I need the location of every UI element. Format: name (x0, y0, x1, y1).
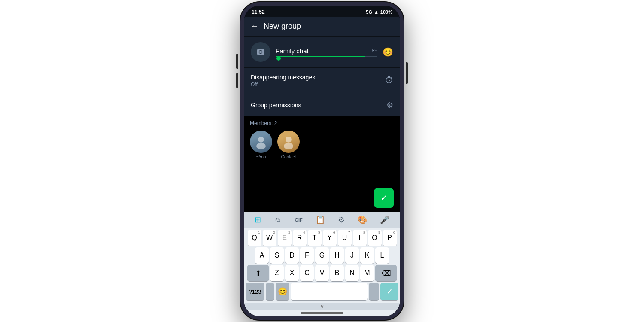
disappearing-messages-sub: Off (251, 82, 315, 88)
avatar (277, 131, 300, 153)
key-g[interactable]: G (315, 247, 329, 264)
enter-key[interactable]: ✓ (380, 283, 398, 300)
keyboard-bottom-row: ?123 , 😊 . ✓ (244, 282, 400, 303)
network-icon: 5G (366, 9, 372, 15)
key-y[interactable]: 6Y (323, 230, 337, 246)
settings-icon: ⚙ (386, 100, 393, 110)
key-k[interactable]: K (360, 247, 374, 264)
list-item[interactable]: ~You (250, 131, 272, 159)
members-section: Members: 2 (244, 116, 400, 185)
key-m[interactable]: M (360, 265, 374, 281)
keyboard-mic-icon[interactable]: 🎤 (378, 214, 391, 225)
keyboard-settings-icon[interactable]: ⚙ (336, 214, 346, 225)
keyboard-row-1: 1Q 2W 3E 4R 5T 6Y 7U 8I 9O 0P (246, 230, 398, 246)
period-key[interactable]: . (369, 283, 379, 300)
camera-avatar[interactable] (251, 42, 270, 62)
emoji-button[interactable]: 😊 (383, 47, 393, 57)
key-w[interactable]: 2W (263, 230, 276, 246)
list-item[interactable]: Contact (277, 131, 300, 159)
space-key[interactable] (291, 283, 368, 300)
key-e[interactable]: 3E (278, 230, 292, 246)
signal-icon: ▲ (374, 9, 379, 15)
key-a[interactable]: A (255, 247, 269, 264)
chevron-down-icon: ∨ (320, 304, 324, 310)
members-label: Members: 2 (250, 120, 394, 126)
keyboard-toolbar: ⊞ ☺ GIF 📋 ⚙ 🎨 🎤 (244, 212, 400, 228)
checkmark-icon: ✓ (380, 193, 388, 203)
keyboard-hide-button[interactable]: ∨ (244, 303, 400, 310)
member-name: ~You (256, 155, 266, 159)
page-title: New group (264, 22, 301, 31)
status-icons: 5G ▲ 100% (366, 9, 392, 15)
svg-point-1 (258, 137, 264, 143)
comma-key[interactable]: , (266, 283, 274, 300)
key-c[interactable]: C (300, 265, 314, 281)
key-q[interactable]: 1Q (248, 230, 261, 246)
status-time: 11:52 (252, 9, 265, 15)
back-button[interactable]: ← (251, 22, 258, 31)
key-z[interactable]: Z (270, 265, 284, 281)
group-name-section: Family chat 89 😊 (244, 37, 400, 67)
nav-indicator (244, 310, 400, 316)
key-h[interactable]: H (330, 247, 344, 264)
group-permissions-title: Group permissions (251, 102, 301, 109)
keyboard-row-3: ⬆ Z X C V B N M ⌫ (246, 265, 398, 281)
key-j[interactable]: J (345, 247, 359, 264)
num-sym-key[interactable]: ?123 (246, 283, 264, 300)
key-p[interactable]: 0P (383, 230, 397, 246)
keyboard-row-2: A S D F G H J K L (246, 247, 398, 264)
key-n[interactable]: N (345, 265, 359, 281)
fab-area: ✓ (244, 185, 400, 212)
emoji-key[interactable]: 😊 (276, 283, 289, 300)
shift-key[interactable]: ⬆ (247, 265, 269, 281)
key-s[interactable]: S (270, 247, 284, 264)
keyboard-sticker-icon[interactable]: ☺ (272, 215, 283, 225)
disappearing-messages-info: Disappearing messages Off (251, 74, 315, 88)
app-header: ← New group (244, 17, 400, 36)
app-content: ← New group Family chat 89 (244, 17, 400, 316)
power-button[interactable] (406, 62, 408, 84)
member-name: Contact (281, 155, 296, 159)
svg-point-4 (284, 143, 293, 149)
group-name-text: Family chat (276, 47, 309, 55)
keyboard-gif-button[interactable]: GIF (293, 216, 304, 223)
group-permissions-row[interactable]: Group permissions ⚙ (244, 94, 400, 116)
key-d[interactable]: D (285, 247, 299, 264)
keyboard-rows: 1Q 2W 3E 4R 5T 6Y 7U 8I 9O 0P (244, 228, 400, 282)
disappearing-messages-title: Disappearing messages (251, 74, 315, 81)
battery-icon: 100% (380, 9, 392, 15)
key-f[interactable]: F (300, 247, 314, 264)
disappearing-messages-row[interactable]: Disappearing messages Off (244, 68, 400, 94)
key-o[interactable]: 9O (368, 230, 382, 246)
volume-up-button[interactable] (236, 54, 238, 69)
keyboard-clipboard-icon[interactable]: 📋 (314, 214, 327, 225)
confirm-button[interactable]: ✓ (374, 188, 394, 208)
members-list: ~You (250, 131, 394, 159)
keyboard-layout-icon[interactable]: ⊞ (253, 214, 263, 225)
backspace-key[interactable]: ⌫ (375, 265, 397, 281)
keyboard-palette-icon[interactable]: 🎨 (356, 214, 369, 225)
group-permissions-info: Group permissions (251, 102, 301, 109)
home-bar (301, 312, 343, 314)
key-v[interactable]: V (315, 265, 329, 281)
key-b[interactable]: B (330, 265, 344, 281)
svg-point-2 (256, 143, 266, 149)
key-u[interactable]: 7U (338, 230, 352, 246)
group-name-underline (276, 56, 377, 57)
key-t[interactable]: 5T (308, 230, 322, 246)
svg-point-3 (286, 137, 292, 143)
avatar (250, 131, 272, 153)
key-i[interactable]: 8I (353, 230, 367, 246)
status-bar: 11:52 5G ▲ 100% (244, 6, 400, 17)
camera-icon (256, 47, 265, 57)
keyboard: ⊞ ☺ GIF 📋 ⚙ 🎨 🎤 1Q 2W 3E (244, 212, 400, 316)
cursor-dot (276, 56, 281, 61)
key-x[interactable]: X (285, 265, 299, 281)
volume-down-button[interactable] (236, 73, 238, 88)
key-r[interactable]: 4R (293, 230, 307, 246)
timer-icon (385, 76, 393, 86)
group-name-input-area[interactable]: Family chat 89 (276, 47, 377, 57)
key-l[interactable]: L (375, 247, 389, 264)
char-count: 89 (372, 48, 377, 54)
